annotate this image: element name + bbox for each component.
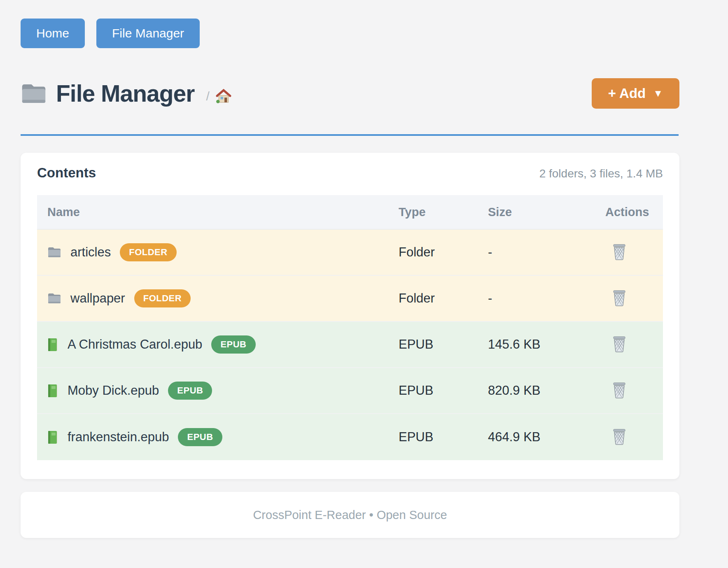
actions-cell [605, 380, 663, 401]
nav-home-button[interactable]: Home [21, 19, 85, 48]
actions-cell [605, 427, 663, 448]
name-cell: Moby Dick.epub EPUB [37, 382, 399, 400]
epub-book-icon [47, 338, 58, 352]
table-row-moby-dick[interactable]: Moby Dick.epub EPUB EPUB 820.9 KB [37, 368, 663, 414]
file-name: A Christmas Carol.epub [68, 337, 202, 352]
epub-badge: EPUB [168, 382, 212, 400]
file-size: - [488, 291, 605, 306]
name-cell: frankenstein.epub EPUB [37, 428, 399, 446]
trash-icon [612, 336, 627, 354]
trash-icon [612, 382, 627, 400]
file-size: - [488, 245, 605, 260]
trash-icon [612, 428, 627, 446]
contents-card: Contents 2 folders, 3 files, 1.4 MB Name… [21, 153, 679, 479]
file-name: articles [70, 245, 111, 260]
folder-icon [47, 293, 61, 304]
folder-badge: FOLDER [120, 243, 176, 261]
table-header-row: Name Type Size Actions [37, 195, 663, 230]
epub-badge: EPUB [211, 335, 255, 354]
folder-icon [21, 83, 47, 105]
table-row-frankenstein[interactable]: frankenstein.epub EPUB EPUB 464.9 KB [37, 414, 663, 460]
delete-button[interactable] [610, 334, 628, 355]
file-manager-page: Home File Manager File Manager / [21, 0, 679, 538]
home-icon[interactable] [215, 89, 232, 104]
file-size: 145.6 KB [488, 337, 605, 352]
file-name: wallpaper [70, 291, 125, 306]
trash-icon [612, 290, 627, 307]
page-header: File Manager / + Add ▼ [21, 78, 679, 109]
delete-button[interactable] [610, 427, 628, 448]
file-size: 464.9 KB [488, 430, 605, 445]
file-type: Folder [399, 245, 488, 260]
page-title: File Manager [56, 80, 194, 107]
file-type: EPUB [399, 337, 488, 352]
file-type: EPUB [399, 430, 488, 445]
name-cell: articles FOLDER [37, 243, 399, 261]
delete-button[interactable] [610, 242, 628, 263]
file-name: frankenstein.epub [68, 430, 169, 445]
accent-divider [21, 134, 679, 136]
column-header-size: Size [488, 205, 605, 219]
actions-cell [605, 288, 663, 309]
file-type: EPUB [399, 383, 488, 398]
breadcrumb-separator: / [206, 89, 209, 103]
footer: CrossPoint E-Reader • Open Source [21, 492, 679, 538]
column-header-name: Name [37, 205, 399, 219]
delete-button[interactable] [610, 288, 628, 309]
top-navigation: Home File Manager [21, 19, 679, 48]
column-header-type: Type [399, 205, 488, 219]
add-button[interactable]: + Add ▼ [592, 78, 679, 109]
delete-button[interactable] [610, 380, 628, 401]
add-button-label: + Add [608, 86, 646, 101]
contents-card-header: Contents 2 folders, 3 files, 1.4 MB [37, 165, 663, 181]
table-row-christmas-carol[interactable]: A Christmas Carol.epub EPUB EPUB 145.6 K… [37, 322, 663, 368]
name-cell: A Christmas Carol.epub EPUB [37, 335, 399, 354]
contents-title: Contents [37, 165, 96, 181]
file-size: 820.9 KB [488, 383, 605, 398]
name-cell: wallpaper FOLDER [37, 289, 399, 307]
epub-book-icon [47, 384, 58, 398]
epub-book-icon [47, 431, 58, 444]
file-name: Moby Dick.epub [68, 383, 159, 398]
column-header-actions: Actions [605, 205, 663, 219]
folder-badge: FOLDER [134, 289, 191, 307]
trash-icon [612, 244, 627, 261]
epub-badge: EPUB [178, 428, 222, 446]
nav-file-manager-button[interactable]: File Manager [96, 19, 200, 48]
footer-text: CrossPoint E-Reader • Open Source [253, 508, 447, 522]
file-table: Name Type Size Actions articles [37, 195, 663, 460]
caret-down-icon: ▼ [653, 88, 663, 99]
table-row-articles[interactable]: articles FOLDER Folder - [37, 230, 663, 276]
page-title-group: File Manager / [21, 80, 232, 107]
table-row-wallpaper[interactable]: wallpaper FOLDER Folder - [37, 276, 663, 322]
actions-cell [605, 242, 663, 263]
file-type: Folder [399, 291, 488, 306]
folder-icon [47, 247, 61, 258]
contents-summary: 2 folders, 3 files, 1.4 MB [539, 167, 663, 180]
actions-cell [605, 334, 663, 355]
